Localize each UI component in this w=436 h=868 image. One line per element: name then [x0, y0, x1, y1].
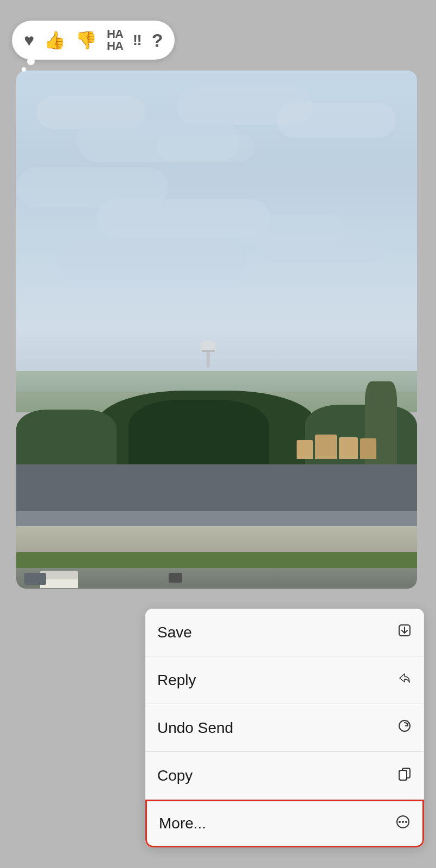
photo-scene [16, 71, 417, 589]
undo-send-icon [397, 718, 412, 737]
message-image-container [16, 71, 417, 589]
like-reaction[interactable]: 👍 [44, 31, 66, 49]
save-icon [397, 623, 412, 642]
more-label: More... [159, 815, 206, 832]
more-icon [395, 814, 411, 833]
dislike-reaction[interactable]: 👎 [75, 31, 97, 49]
exclaim-reaction[interactable]: ‼ [133, 33, 142, 48]
svg-rect-4 [399, 770, 407, 780]
undo-send-menu-item[interactable]: Undo Send [145, 704, 424, 752]
haha-reaction[interactable]: HAHA [107, 28, 123, 52]
cloud10 [257, 231, 387, 264]
copy-icon [397, 766, 412, 785]
heart-reaction[interactable]: ♥ [24, 31, 34, 49]
reaction-bar: ♥ 👍 👎 HAHA ‼ ? [12, 21, 175, 60]
reply-label: Reply [157, 672, 196, 689]
save-menu-item[interactable]: Save [145, 609, 424, 656]
buildings [297, 407, 409, 459]
save-label: Save [157, 624, 192, 641]
cloud4 [157, 135, 254, 162]
overpass-wall [16, 511, 417, 527]
question-reaction[interactable]: ? [152, 31, 163, 49]
copy-label: Copy [157, 767, 193, 784]
svg-point-9 [405, 821, 407, 823]
sky [16, 71, 417, 392]
svg-point-7 [399, 821, 401, 823]
undo-send-label: Undo Send [157, 719, 233, 737]
grass-strip [16, 552, 417, 568]
car [24, 573, 46, 585]
copy-menu-item[interactable]: Copy [145, 752, 424, 800]
motorcycle [169, 573, 182, 583]
reply-icon [397, 671, 412, 690]
wall [16, 526, 417, 552]
more-menu-item[interactable]: More... [145, 800, 424, 847]
reply-menu-item[interactable]: Reply [145, 656, 424, 704]
water-tower-structure [201, 340, 216, 367]
cloud9 [56, 238, 246, 281]
svg-point-8 [402, 821, 404, 823]
van [40, 571, 78, 588]
context-menu: Save Reply Undo Send [145, 609, 424, 847]
cloud5 [277, 103, 396, 138]
overpass-roof [16, 464, 417, 511]
